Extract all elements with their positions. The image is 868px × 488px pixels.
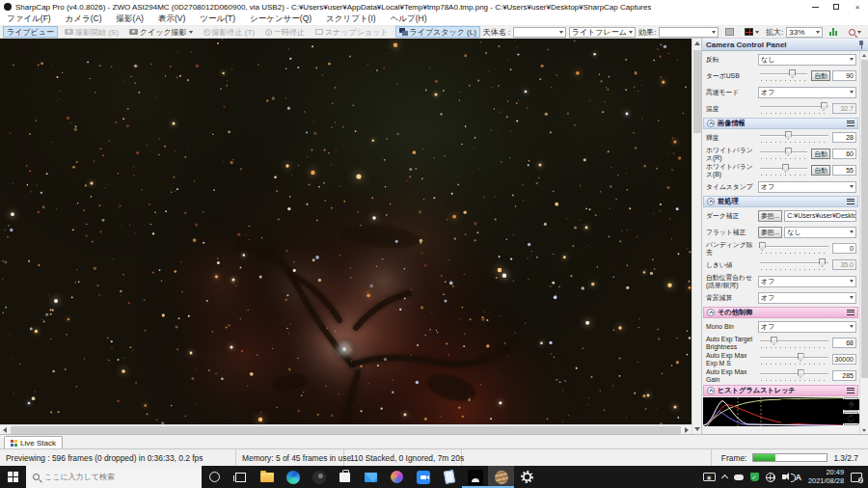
file-explorer-button[interactable] xyxy=(254,466,280,488)
taskbar-search[interactable] xyxy=(26,466,202,488)
scroll-down-arrow[interactable] xyxy=(692,424,702,434)
turbo-usb-auto-button[interactable]: 自動 xyxy=(811,70,830,81)
zoom-dropdown[interactable]: 33% xyxy=(786,27,823,38)
scroll-right-arrow[interactable] xyxy=(682,425,692,435)
start-button[interactable] xyxy=(0,466,26,488)
target-name-dropdown[interactable] xyxy=(513,27,565,38)
dark-correction-dropdown[interactable]: C:¥Users¥user¥Deskto… xyxy=(784,210,856,222)
wb-r-auto-button[interactable]: 自動 xyxy=(811,149,830,159)
live-view-button[interactable]: ライブビュー xyxy=(3,26,58,38)
vertical-scrollbar[interactable] xyxy=(692,39,701,434)
restore-button[interactable] xyxy=(826,0,847,14)
minimize-button[interactable] xyxy=(804,0,826,14)
panel-scroll-thumb[interactable] xyxy=(861,60,868,378)
collapse-icon[interactable] xyxy=(707,309,715,316)
histogram-button[interactable] xyxy=(826,26,842,38)
scroll-up-arrow[interactable] xyxy=(692,39,702,48)
notification-center-icon[interactable]: 2 xyxy=(851,473,862,482)
section-menu-icon[interactable] xyxy=(847,199,854,204)
display-tray-icon[interactable]: ▣ xyxy=(703,473,716,481)
auto-exp-max-gain-value[interactable]: 285 xyxy=(832,370,856,381)
planetarium-taskbar-button[interactable] xyxy=(488,466,514,488)
flat-browse-button[interactable]: 参照... xyxy=(758,227,782,238)
image-info-section[interactable]: 画像情報 xyxy=(703,118,858,129)
auto-exp-max-exp-slider[interactable] xyxy=(758,353,830,366)
live-stack-button[interactable]: ライブスタック (L) xyxy=(395,26,480,38)
dark-browse-button[interactable]: 参照... xyxy=(758,210,782,222)
wb-r-value[interactable]: 60 xyxy=(832,149,856,159)
capture-start-button[interactable]: 撮影開始 (S) xyxy=(61,26,122,38)
cortana-button[interactable] xyxy=(202,466,228,488)
settings-button[interactable] xyxy=(514,466,540,488)
security-shield-icon[interactable]: ✓ xyxy=(750,473,759,481)
ime-indicator[interactable]: A xyxy=(796,473,802,482)
overlay-button[interactable] xyxy=(721,26,738,38)
menu-file[interactable]: ファイル(F) xyxy=(7,14,51,25)
menu-camera[interactable]: カメラ(C) xyxy=(66,14,102,25)
live-stack-tab[interactable]: Live Stack xyxy=(4,436,63,448)
menu-tools[interactable]: ツール(T) xyxy=(200,14,235,25)
pin-icon[interactable] xyxy=(858,41,864,49)
menu-view[interactable]: 表示(V) xyxy=(158,14,185,25)
app-button-spiral[interactable] xyxy=(306,466,332,488)
auto-exp-target-slider[interactable] xyxy=(758,337,830,349)
scroll-up-arrow[interactable] xyxy=(859,51,868,59)
panel-scrollbar[interactable] xyxy=(859,51,868,434)
store-button[interactable] xyxy=(332,466,358,488)
reticle-button[interactable] xyxy=(741,26,763,38)
search-input[interactable] xyxy=(44,473,179,481)
mono-bin-dropdown[interactable]: オフ xyxy=(758,321,856,333)
auto-align-dropdown[interactable]: オフ xyxy=(758,276,856,287)
capture-stop-button[interactable]: 撮影停止 (T) xyxy=(200,26,258,38)
auto-exp-max-gain-slider[interactable] xyxy=(758,369,830,382)
quick-capture-button[interactable]: クイック撮影 xyxy=(125,26,197,38)
flat-correction-dropdown[interactable]: なし xyxy=(784,227,856,238)
horizontal-scrollbar[interactable] xyxy=(0,424,692,434)
scroll-down-arrow[interactable] xyxy=(859,426,868,434)
tray-overflow-chevron-icon[interactable] xyxy=(720,474,727,481)
frame-type-dropdown[interactable]: ライトフレーム xyxy=(569,27,636,38)
auto-stretch-button[interactable] xyxy=(844,397,858,411)
collapse-icon[interactable] xyxy=(707,120,715,127)
section-menu-icon[interactable] xyxy=(847,121,854,126)
banding-suppression-value[interactable]: 0 xyxy=(832,243,856,254)
auto-exp-target-value[interactable]: 68 xyxy=(832,338,856,348)
histogram-stretch-section[interactable]: ヒストグラムストレッチ xyxy=(703,385,858,396)
mail-button[interactable] xyxy=(358,466,384,488)
zoom-app-button[interactable] xyxy=(410,466,436,488)
other-controls-section[interactable]: その他制御 xyxy=(703,307,858,318)
focus-assist-button[interactable] xyxy=(845,26,865,38)
notes-app-button[interactable] xyxy=(436,466,462,488)
menu-sequencer[interactable]: シーケンサー(Q) xyxy=(250,14,312,25)
preprocessing-section[interactable]: 前処理 xyxy=(703,196,858,207)
onedrive-icon[interactable] xyxy=(734,474,744,480)
menu-scripting[interactable]: スクリプト(I) xyxy=(326,14,376,25)
taskbar-clock[interactable]: 20:49 2021/08/28 xyxy=(808,469,844,485)
close-button[interactable]: × xyxy=(847,0,868,14)
sharpcap-taskbar-button[interactable] xyxy=(462,466,488,488)
wb-b-auto-button[interactable]: 自動 xyxy=(811,165,830,176)
menu-help[interactable]: ヘルプ(H) xyxy=(391,14,427,25)
network-globe-icon[interactable] xyxy=(766,473,775,482)
brightness-slider[interactable] xyxy=(758,131,830,144)
reset-stretch-button[interactable] xyxy=(844,412,858,425)
wb-b-slider[interactable] xyxy=(758,164,809,176)
paint3d-button[interactable] xyxy=(384,466,410,488)
snapshot-button[interactable]: スナップショット xyxy=(312,26,393,38)
scroll-left-arrow[interactable] xyxy=(0,425,10,435)
collapse-icon[interactable] xyxy=(707,198,715,205)
section-menu-icon[interactable] xyxy=(847,388,854,393)
vertical-scroll-thumb[interactable] xyxy=(693,50,701,133)
menu-capture[interactable]: 撮影(A) xyxy=(117,14,144,25)
banding-suppression-slider[interactable] xyxy=(758,242,830,255)
effects-dropdown[interactable] xyxy=(659,27,719,38)
wb-r-slider[interactable] xyxy=(758,148,809,160)
edge-button[interactable] xyxy=(280,466,306,488)
horizontal-scroll-thumb[interactable] xyxy=(11,426,681,434)
background-subtract-dropdown[interactable]: オフ xyxy=(758,292,856,304)
collapse-icon[interactable] xyxy=(707,387,715,394)
wb-b-value[interactable]: 55 xyxy=(832,165,856,176)
timestamp-dropdown[interactable]: オフ xyxy=(758,181,856,193)
turbo-usb-value[interactable]: 90 xyxy=(832,70,856,81)
turbo-usb-slider[interactable] xyxy=(758,69,809,82)
